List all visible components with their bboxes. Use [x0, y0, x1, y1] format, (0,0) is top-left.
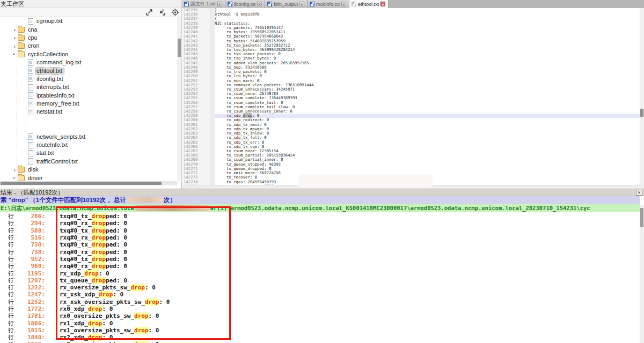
tree-item-label: iptablesInfo.txt: [35, 92, 76, 99]
chevron-right-icon[interactable]: ›: [12, 34, 17, 41]
tree-item-cron[interactable]: ›cron: [0, 42, 177, 50]
tree-item-label: command_log.txt: [35, 59, 83, 66]
tab-close-icon[interactable]: ✕: [380, 2, 385, 6]
tree-item-cpu[interactable]: ›cpu: [0, 34, 177, 42]
code-line[interactable]: rx_xdp_tx_err: 0: [215, 140, 640, 145]
tree-item-iptablesinfo-txt[interactable]: iptablesInfo.txt: [0, 92, 177, 100]
tree-item-label: trafficControl.txt: [35, 158, 79, 165]
chevron-right-icon[interactable]: ›: [12, 26, 17, 33]
file-icon: [28, 101, 33, 107]
result-line-number: 738:: [14, 249, 45, 256]
workspace-toolbar: [0, 8, 181, 17]
file-icon: [28, 109, 33, 115]
tab-close-icon[interactable]: ✕: [257, 2, 262, 6]
result-line-number: 1207:: [14, 277, 45, 284]
file-icon: [28, 150, 33, 156]
tree-item-label: netstat.txt: [35, 108, 64, 115]
results-title: 结果 - （匹配10192次）: [1, 189, 63, 196]
chevron-down-icon[interactable]: ›: [11, 175, 18, 181]
result-line-number: 1772:: [14, 305, 45, 312]
code-line[interactable]: ethtool -S enp1s0f0: [215, 12, 640, 17]
editor-vertical-scrollbar-thumb[interactable]: [640, 109, 643, 117]
tab-ethtool-txt[interactable]: ethtool.txt✕: [349, 0, 389, 8]
tab-fdm-output[interactable]: fdm_output✕: [265, 0, 308, 8]
match-highlight: drop: [134, 341, 149, 343]
result-line-number: 1849:: [14, 341, 45, 343]
tab--1-txt[interactable]: 新文件 1.txt✕: [182, 0, 225, 8]
tree-item-netstat-txt[interactable]: netstat.txt: [0, 108, 177, 116]
tree-vertical-scrollbar-thumb[interactable]: [178, 39, 181, 57]
tree-item-trafficcontrol-txt[interactable]: trafficControl.txt: [0, 158, 177, 166]
collapse-all-icon[interactable]: [158, 9, 166, 16]
code-line[interactable]: rx_xdp_tx_inlnw: 0: [215, 131, 640, 136]
results-title-bar: 结果 - （匹配10192次）: [0, 189, 644, 196]
tree-item-interrupts-txt[interactable]: interrupts.txt: [0, 83, 177, 91]
tree-horizontal-scrollbar-thumb[interactable]: [1, 182, 162, 185]
workspace-file-tree: cgroup.txt›cna›cpu›cron›cyclicCollection…: [0, 17, 177, 181]
tree-item-cna[interactable]: ›cna: [0, 25, 177, 33]
tree-item-network-scripts-txt[interactable]: network_scripts.txt: [0, 132, 177, 140]
tab-close-icon[interactable]: ✕: [341, 2, 346, 6]
results-vertical-scrollbar-thumb[interactable]: [640, 208, 643, 227]
code-line[interactable]: tx_queue_stopped: 46393: [215, 162, 640, 167]
result-path-tail: ar(1)\armod0523.odata.ncmp.unicom.local_…: [210, 205, 590, 211]
folder-icon: [18, 175, 25, 181]
tree-item-command-log-txt[interactable]: command_log.txt: [0, 58, 177, 66]
result-line-number: 960:: [14, 263, 45, 270]
code-line[interactable]: rx_csum_unnecessary: 34245971: [215, 87, 640, 92]
code-line[interactable]: rx_lro_bytes: 0: [215, 74, 640, 78]
tree-item-label: cgroup.txt: [35, 18, 64, 25]
tab-modinfo-txt[interactable]: modinfo.txt✕: [308, 0, 349, 8]
result-line-text: rx2_oversize_pkts_sw_drop: 0: [45, 341, 159, 343]
tree-item-routeinfo-txt[interactable]: routeInfo.txt: [0, 141, 177, 149]
results-close-icon[interactable]: ✕: [636, 190, 642, 196]
code-line[interactable]: tx_nop: 232419588: [215, 65, 640, 70]
code-line[interactable]: rx_xdp_tx_full: 0: [215, 136, 640, 140]
tab-close-icon[interactable]: ✕: [299, 2, 304, 6]
result-line-number: 508:: [14, 227, 45, 234]
result-line-number: 952:: [14, 256, 45, 263]
code-line[interactable]: rx_xdp_tx_xmit: 0: [215, 123, 640, 127]
code-line[interactable]: rx_csum_unnecessary_inner: 0: [215, 109, 640, 114]
tree-item-ifconfig-txt[interactable]: ifconfig.txt: [0, 75, 177, 83]
tree-item-memory-free-txt[interactable]: memory_free.txt: [0, 100, 177, 108]
tree-item-disk[interactable]: ›disk: [0, 166, 177, 174]
tree-item-driver[interactable]: ›driver: [0, 174, 177, 181]
result-row[interactable]: 行1849:rx2_oversize_pkts_sw_drop: 0: [0, 341, 640, 343]
code-line[interactable]: }: [215, 8, 640, 12]
code-line[interactable]: rx_xdp_redirect: 0: [215, 118, 640, 122]
folder-icon: [18, 51, 25, 57]
tree-item-cgroup-txt[interactable]: cgroup.txt: [0, 17, 177, 25]
code-line[interactable]: tx_tso_inner_packets: 0: [215, 52, 640, 56]
code-line[interactable]: rx_xdp_drop: 0: [215, 114, 640, 118]
tree-item-ethtool-txt[interactable]: ethtool.txt: [0, 66, 177, 74]
tab-ifconfig-txt[interactable]: ifconfig.txt✕: [225, 0, 266, 8]
expand-all-icon[interactable]: [145, 9, 153, 16]
folder-icon: [18, 35, 25, 41]
tree-item-label: cron: [27, 42, 41, 49]
code-line[interactable]: rx_xdp_tx_mpwqe: 0: [215, 127, 640, 131]
result-line-number: 1840:: [14, 334, 45, 341]
redaction-blob: [298, 174, 433, 188]
tree-item-stat-txt[interactable]: stat.txt: [0, 149, 177, 157]
code-line[interactable]: {: [215, 17, 640, 21]
result-line-number: 730:: [14, 241, 45, 248]
search-summary-line[interactable]: 索 "drop" （1个文件中匹配到10192次， 总计次）: [0, 196, 640, 204]
tab-close-icon[interactable]: ✕: [217, 2, 222, 6]
tree-item-label: stat.txt: [35, 150, 55, 156]
file-icon: [28, 68, 33, 74]
code-line[interactable]: tx_added_vlan_packets: 205165957165: [215, 61, 640, 65]
tree-item-label: ethtool.txt: [35, 68, 64, 74]
editor-vertical-scrollbar[interactable]: [640, 8, 644, 185]
folder-icon: [18, 167, 25, 173]
workspace-title: 夹工作区: [1, 1, 24, 7]
code-line[interactable]: rx_lro_packets: 0: [215, 70, 640, 74]
locate-file-icon[interactable]: [171, 9, 179, 16]
fold-margin: [210, 8, 215, 185]
chevron-right-icon[interactable]: ›: [12, 167, 17, 173]
tree-item-cycliccollection[interactable]: ›cyclicCollection: [0, 50, 177, 58]
chevron-right-icon[interactable]: ›: [12, 43, 17, 49]
editor-text[interactable]: }ethtool -S enp1s0f0{NIC statistics: rx_…: [215, 8, 640, 185]
search-summary-tail: 次）: [164, 197, 176, 203]
chevron-down-icon[interactable]: ›: [11, 51, 18, 57]
